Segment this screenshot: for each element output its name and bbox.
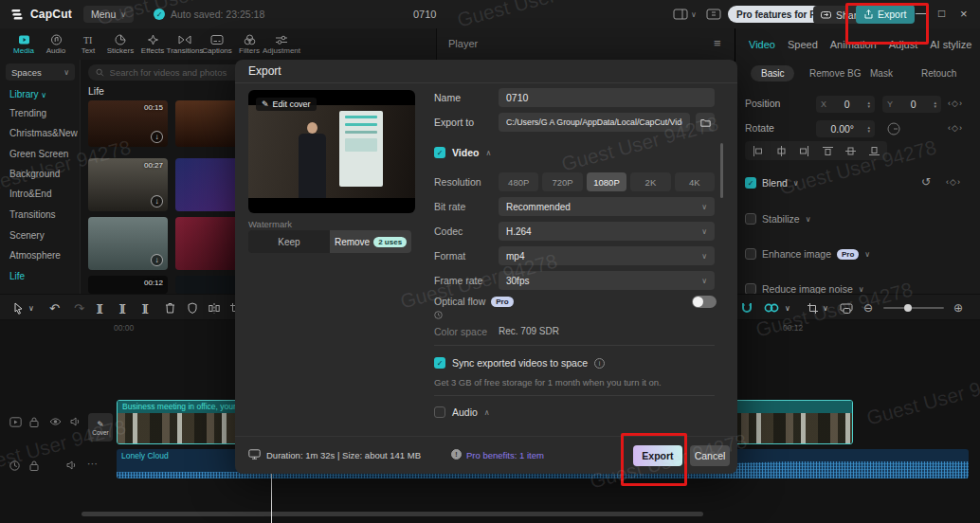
codec-select[interactable]: H.264 ∨: [499, 222, 715, 241]
align-right-icon[interactable]: [799, 146, 809, 156]
align-left-icon[interactable]: [753, 146, 763, 156]
sync-checkbox[interactable]: ✓: [434, 357, 445, 369]
edit-cover-pill[interactable]: ✎ Edit cover: [256, 98, 317, 111]
sidebar-item-trending[interactable]: Trending: [9, 108, 46, 118]
sidebar-item-christmas[interactable]: Christmas&New...: [9, 128, 78, 138]
linking-toggle-button[interactable]: [764, 295, 779, 321]
delete-right-button[interactable]: ][: [142, 295, 147, 321]
delete-left-button[interactable]: ][: [119, 295, 124, 321]
lock-icon[interactable]: [29, 417, 39, 429]
subtab-mask[interactable]: Mask: [870, 68, 893, 79]
sidebar-item-background[interactable]: Background: [9, 169, 60, 179]
align-center-horizontal-icon[interactable]: [776, 146, 787, 156]
stepper-arrows-icon[interactable]: ▴▾: [867, 125, 870, 133]
layout-switch-button[interactable]: ∨: [673, 9, 697, 20]
subtab-basic[interactable]: Basic: [751, 65, 794, 81]
chevron-up-icon[interactable]: ∧: [484, 408, 490, 417]
tab-ai-stylize[interactable]: AI stylize: [930, 39, 971, 50]
rotate-dial-icon[interactable]: [887, 122, 900, 137]
chevron-down-icon[interactable]: ∨: [859, 285, 864, 294]
browse-folder-button[interactable]: [696, 113, 715, 132]
position-x-stepper[interactable]: X 0 ▴▾: [816, 96, 875, 113]
split-button[interactable]: ][: [97, 295, 101, 321]
reduce-noise-checkbox[interactable]: [745, 283, 756, 294]
position-keyframe-icon[interactable]: ‹◇›: [948, 99, 963, 108]
preview-axis-button[interactable]: [840, 295, 853, 321]
download-icon[interactable]: ↓: [151, 131, 163, 143]
cancel-button[interactable]: Cancel: [690, 445, 730, 466]
tab-transitions[interactable]: Transitions: [169, 34, 201, 55]
player-menu-icon[interactable]: ≡: [714, 36, 721, 50]
tab-audio[interactable]: Audio: [40, 34, 72, 55]
dialog-scrollbar[interactable]: [720, 143, 723, 198]
zoom-in-button[interactable]: ⊕: [953, 295, 963, 321]
tab-captions[interactable]: Captions: [201, 34, 233, 55]
edit-cover-button[interactable]: ✎ Cover: [88, 413, 113, 442]
maximize-button[interactable]: □: [938, 7, 945, 20]
undo-button[interactable]: ↶: [49, 295, 60, 321]
close-button[interactable]: ×: [960, 7, 968, 21]
resolution-480p[interactable]: 480P: [499, 172, 538, 191]
resolution-1080p[interactable]: 1080P: [587, 172, 626, 191]
watermark-remove-button[interactable]: Remove 2 uses: [330, 230, 411, 253]
mask-button[interactable]: [188, 295, 197, 321]
media-thumbnail[interactable]: 00:27 ↓: [88, 158, 168, 211]
crop-option-button[interactable]: [808, 295, 818, 321]
media-thumbnail[interactable]: 00:12: [88, 276, 168, 294]
position-y-stepper[interactable]: Y 0 ▴▾: [882, 96, 941, 113]
snapping-toggle-button[interactable]: [741, 295, 753, 321]
select-tool-button[interactable]: [13, 295, 24, 321]
stepper-arrows-icon[interactable]: ▴▾: [867, 100, 870, 108]
chevron-down-icon[interactable]: ∨: [864, 250, 870, 259]
tab-stickers[interactable]: Stickers: [104, 34, 136, 55]
video-checkbox[interactable]: ✓: [434, 147, 445, 158]
menu-button[interactable]: Menu ∨: [83, 6, 134, 23]
panel-collapse-button[interactable]: [706, 9, 721, 22]
tab-video[interactable]: Video: [749, 39, 775, 50]
format-select[interactable]: mp4 ∨: [499, 246, 715, 265]
redo-button[interactable]: ↷: [74, 295, 84, 321]
bit-rate-select[interactable]: Recommended ∨: [499, 197, 715, 216]
tab-media[interactable]: Media: [8, 34, 40, 55]
frame-rate-select[interactable]: 30fps ∨: [499, 271, 715, 290]
lock-icon[interactable]: [29, 460, 39, 473]
crop-dropdown[interactable]: ∨: [823, 295, 828, 321]
pro-benefits-link[interactable]: Pro benefits: 1 item: [466, 450, 544, 460]
rotate-stepper[interactable]: 0.00° ▴▾: [816, 120, 875, 137]
stabilize-checkbox[interactable]: [745, 213, 756, 225]
chevron-down-icon[interactable]: ∨: [806, 215, 811, 224]
align-center-vertical-icon[interactable]: [845, 146, 856, 156]
export-path-input[interactable]: [499, 113, 690, 132]
mirror-button[interactable]: [209, 295, 220, 321]
sidebar-item-scenery[interactable]: Scenery: [9, 230, 45, 241]
subtab-remove-bg[interactable]: Remove BG: [809, 68, 861, 79]
spaces-dropdown[interactable]: Spaces ∨: [6, 63, 75, 81]
linking-dropdown[interactable]: ∨: [785, 295, 790, 321]
rotate-keyframe-icon[interactable]: ‹◇›: [948, 123, 963, 133]
resolution-4k[interactable]: 4K: [675, 172, 715, 191]
media-thumbnail[interactable]: ↓: [88, 217, 168, 270]
chevron-up-icon[interactable]: ∧: [485, 149, 491, 157]
zoom-out-button[interactable]: ⊖: [863, 295, 873, 321]
audio-checkbox[interactable]: [434, 406, 445, 418]
library-dropdown[interactable]: Library ∨: [9, 89, 46, 99]
track-more-icon[interactable]: ⋯: [87, 458, 98, 470]
sidebar-item-transitions[interactable]: Transitions: [9, 209, 56, 220]
blend-keyframe-icon[interactable]: ‹◇›: [946, 177, 961, 187]
select-tool-dropdown[interactable]: ∨: [28, 295, 34, 321]
tab-text[interactable]: TI Text: [72, 34, 104, 55]
tab-speed[interactable]: Speed: [788, 39, 818, 50]
optical-flow-toggle[interactable]: [692, 296, 717, 308]
sidebar-item-life[interactable]: Life: [9, 271, 25, 281]
watermark-keep-button[interactable]: Keep: [248, 230, 330, 253]
tab-adjustment[interactable]: Adjustment: [265, 34, 298, 55]
resolution-720p[interactable]: 720P: [542, 172, 582, 191]
download-icon[interactable]: ↓: [151, 195, 163, 207]
chevron-down-icon[interactable]: ∨: [793, 179, 799, 188]
subtab-retouch[interactable]: Retouch: [921, 68, 956, 79]
mute-track-icon[interactable]: [66, 460, 77, 472]
sidebar-item-green-screen[interactable]: Green Screen: [9, 149, 68, 159]
timeline-scrollbar[interactable]: [82, 512, 703, 516]
stepper-arrows-icon[interactable]: ▴▾: [934, 100, 936, 108]
media-thumbnail[interactable]: 00:15 ↓: [88, 100, 168, 147]
